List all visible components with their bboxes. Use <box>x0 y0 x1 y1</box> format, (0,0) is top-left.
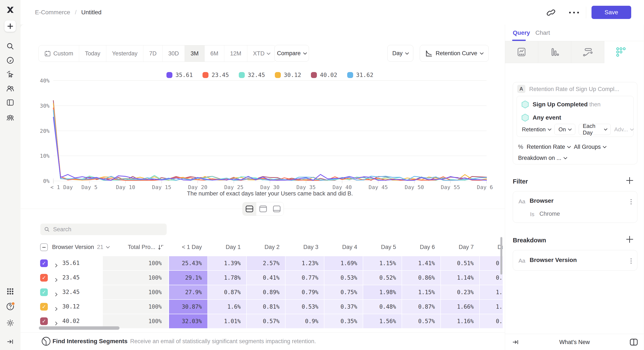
whats-new-link[interactable]: What's New <box>505 334 644 350</box>
day-cell[interactable]: 0.87% <box>208 285 246 299</box>
day-cell[interactable]: 0.57% <box>247 314 285 328</box>
add-breakdown-button[interactable] <box>626 235 634 243</box>
report-funnels-tab[interactable] <box>538 41 571 63</box>
view-table-only-button[interactable] <box>270 202 284 215</box>
users-icon[interactable] <box>6 84 14 93</box>
report-flows-tab[interactable] <box>571 41 604 63</box>
day-cell[interactable]: 0.87% <box>402 300 440 314</box>
breakdown-card[interactable]: Aa Browser Version <box>513 250 638 271</box>
first-day-cell[interactable]: 32.03% <box>169 314 208 328</box>
cohorts-icon[interactable] <box>6 113 14 122</box>
day-cell[interactable]: 0.89% <box>247 285 285 299</box>
group-column-header[interactable]: Browser Version21 <box>52 244 109 250</box>
day-cell[interactable]: 1.16% <box>441 314 479 328</box>
day-cell[interactable]: 1.21% <box>480 300 503 314</box>
day-cell[interactable]: 1.6% <box>208 300 246 314</box>
day-cell[interactable]: 1.14% <box>441 271 479 285</box>
day-cell[interactable]: 0.35% <box>324 314 363 328</box>
day-cell[interactable]: 0.79% <box>286 285 324 299</box>
series-line-23.45[interactable] <box>53 108 486 180</box>
first-day-cell[interactable]: 29.1% <box>169 271 208 285</box>
day-cell[interactable]: 0.9% <box>286 314 324 328</box>
event-step-a[interactable]: Sign Up Completed then <box>522 100 600 109</box>
report-retention-tab[interactable] <box>604 41 638 63</box>
measure-dropdown[interactable]: Retention Rate <box>527 144 570 150</box>
range-custom[interactable]: Custom <box>38 45 79 62</box>
day-cell[interactable]: 0.37% <box>324 300 363 314</box>
day-cell[interactable]: 1.56% <box>363 314 402 328</box>
row-label[interactable]: 30.12 <box>62 303 80 310</box>
day-cell[interactable]: 0.77% <box>480 314 503 328</box>
day-cell[interactable]: 0.94% <box>480 256 503 270</box>
row-expand-icon[interactable] <box>54 291 57 297</box>
breadcrumb-parent[interactable]: E-Commerce <box>35 9 70 16</box>
row-checkbox[interactable]: ✓ <box>40 288 48 296</box>
row-label[interactable]: 40.02 <box>62 318 80 324</box>
row-expand-icon[interactable] <box>54 262 57 268</box>
day-cell[interactable]: 2.57% <box>247 256 285 270</box>
search-input[interactable] <box>53 226 163 233</box>
row-checkbox[interactable]: ✓ <box>40 303 48 311</box>
compare-button[interactable]: Compare <box>274 45 309 62</box>
day-cell[interactable]: 0.77% <box>286 271 324 285</box>
day-cell[interactable]: 0.41% <box>247 271 285 285</box>
series-line-40.02[interactable] <box>53 101 486 180</box>
filter-menu-icon[interactable] <box>630 199 632 204</box>
query-title[interactable]: Retention Rate of Sign Up Compl... <box>529 86 619 93</box>
row-expand-icon[interactable] <box>54 305 57 312</box>
day-cell[interactable]: 1.66% <box>441 300 479 314</box>
range-3m[interactable]: 3M <box>184 45 204 62</box>
on-dropdown[interactable]: On <box>554 124 575 135</box>
series-line-32.45[interactable] <box>53 111 486 180</box>
retention-line-chart[interactable]: 40%30%20%10%0%< 1 DayDay 5Day 10Day 15Da… <box>36 77 493 199</box>
day-cell[interactable]: 1.98% <box>363 285 402 299</box>
total-column-header[interactable]: Total Pro... <box>103 244 164 250</box>
day-cell[interactable]: 0.53% <box>286 300 324 314</box>
range-today[interactable]: Today <box>79 45 106 62</box>
row-label[interactable]: 35.61 <box>62 260 80 266</box>
select-all-checkbox[interactable] <box>40 243 48 251</box>
tab-chart[interactable]: Chart <box>536 24 550 41</box>
range-12m[interactable]: 12M <box>224 45 247 62</box>
day-cell[interactable]: 1.39% <box>208 256 246 270</box>
row-label[interactable]: 23.45 <box>62 274 80 281</box>
day-cell[interactable]: 0.52% <box>363 271 402 285</box>
chart-type-button[interactable]: Retention Curve <box>420 45 489 62</box>
filter-value[interactable]: Chrome <box>540 211 560 217</box>
series-line-31.62[interactable] <box>53 110 486 180</box>
day-cell[interactable]: 1.23% <box>286 256 324 270</box>
granularity-button[interactable]: Day <box>387 45 413 62</box>
collapse-sidebar-icon[interactable] <box>6 338 14 346</box>
advanced-dropdown[interactable]: Adv... <box>614 126 633 133</box>
more-options-icon[interactable] <box>568 11 580 14</box>
search-nav-icon[interactable] <box>6 42 14 50</box>
add-filter-button[interactable] <box>626 177 634 184</box>
row-checkbox[interactable]: ✓ <box>40 317 48 325</box>
day-cell[interactable]: 0.53% <box>324 271 363 285</box>
view-chart-only-button[interactable] <box>256 202 270 215</box>
day-cell[interactable]: 0.68% <box>480 271 503 285</box>
row-checkbox[interactable]: ✓ <box>40 259 48 267</box>
day-cell[interactable]: 0.51% <box>441 256 479 270</box>
day-cell[interactable]: 1.07% <box>480 285 503 299</box>
day-cell[interactable]: 1.78% <box>208 271 246 285</box>
range-30d[interactable]: 30D <box>162 45 185 62</box>
breakdown-table[interactable]: Browser Version21Total Pro...< 1 DayDay … <box>38 240 503 333</box>
tab-query[interactable]: Query <box>513 24 530 41</box>
day-cell[interactable]: 1.69% <box>324 256 363 270</box>
create-new-button[interactable] <box>4 20 16 32</box>
report-insights-tab[interactable] <box>505 41 538 63</box>
breadcrumb-current[interactable]: Untitled <box>81 9 102 16</box>
filter-card[interactable]: Aa Browser Is Chrome <box>513 191 638 223</box>
save-button[interactable]: Save <box>592 6 631 19</box>
apps-grid-icon[interactable] <box>6 287 14 296</box>
day-cell[interactable]: 0.75% <box>324 285 363 299</box>
groups-dropdown[interactable]: All Groups <box>574 144 606 150</box>
first-day-cell[interactable]: 30.87% <box>169 300 208 314</box>
event-step-b[interactable]: Any event <box>522 114 561 122</box>
day-cell[interactable]: 1.15% <box>402 285 440 299</box>
retention-type-dropdown[interactable]: Retention <box>522 126 551 133</box>
help-icon[interactable] <box>6 302 14 311</box>
breakdown-property[interactable]: Browser Version <box>530 257 577 263</box>
breakdown-menu-icon[interactable] <box>630 258 632 264</box>
